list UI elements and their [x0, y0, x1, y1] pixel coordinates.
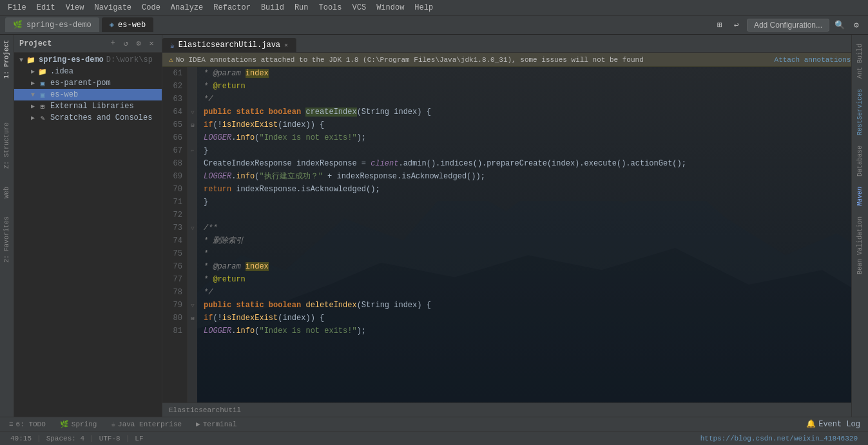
- menu-item-tools[interactable]: Tools: [314, 2, 347, 14]
- editor-tab-elasticsearch[interactable]: ☕ ElasticsearchUtil.java ✕: [162, 38, 296, 52]
- line-76: 76: [162, 260, 182, 273]
- todo-tab[interactable]: ≡ 6: TODO: [3, 419, 52, 430]
- sync-icon[interactable]: ↺: [121, 39, 131, 48]
- maven-tab[interactable]: Maven: [855, 183, 865, 210]
- main-layout: 1: Project Z: Structure Web 2: Favorites…: [0, 35, 868, 417]
- gutter-64[interactable]: ▽: [188, 106, 197, 118]
- gutter-71: [188, 196, 197, 209]
- attach-annotations-link[interactable]: Attach annotations: [775, 56, 851, 64]
- web-panel-toggle[interactable]: Web: [2, 184, 12, 201]
- favorites-panel-toggle[interactable]: 2: Favorites: [2, 214, 12, 265]
- structure-panel-toggle[interactable]: Z: Structure: [2, 120, 12, 171]
- settings-icon[interactable]: ⚙: [133, 39, 144, 48]
- menu-item-code[interactable]: Code: [137, 2, 166, 14]
- project-panel-toggle[interactable]: 1: Project: [2, 37, 12, 81]
- gutter-75: [188, 247, 197, 260]
- tree-item-es-web[interactable]: ▼ ▣ es-web: [14, 89, 162, 100]
- project-tab[interactable]: 🌿 spring-es-demo: [5, 17, 99, 32]
- line-74: 74: [162, 234, 182, 247]
- code-content[interactable]: * @param index * @return */ public stati…: [197, 67, 859, 402]
- tree-item-scratches[interactable]: ▶ ✎ Scratches and Consoles: [14, 112, 162, 124]
- code-line-75[interactable]: *: [204, 247, 859, 260]
- menu-item-view[interactable]: View: [61, 2, 90, 14]
- line-77: 77: [162, 273, 182, 286]
- gutter-80[interactable]: ⊟: [188, 312, 197, 325]
- code-editor: 61 62 63 64 65 66 67 68 69 70 71 72 73 7…: [162, 67, 868, 402]
- code-line-70[interactable]: return indexResponse.isAcknowledged();: [204, 183, 859, 196]
- tree-item-parent-pom[interactable]: ▶ ▣ es-parent-pom: [14, 77, 162, 89]
- parent-pom-icon: ▣: [37, 79, 48, 88]
- rest-services-tab[interactable]: RestServices: [855, 85, 865, 139]
- menu-item-build[interactable]: Build: [256, 2, 289, 14]
- sep1: |: [37, 435, 41, 442]
- line-75: 75: [162, 247, 182, 260]
- gutter-69: [188, 170, 197, 183]
- menu-item-help[interactable]: Help: [409, 2, 438, 14]
- spring-tab[interactable]: 🌿 Spring: [53, 419, 104, 430]
- sep2: |: [90, 435, 94, 442]
- encoding-indicator[interactable]: UTF-8: [94, 435, 126, 442]
- gear-icon[interactable]: ⚙: [850, 19, 863, 32]
- es-web-label: es-web: [50, 90, 78, 99]
- enterprise-label: Java Enterprise: [118, 421, 182, 428]
- arrow-icon[interactable]: ↩: [730, 19, 743, 32]
- add-configuration-button[interactable]: Add Configuration...: [747, 19, 829, 32]
- editor-tabs: ☕ ElasticsearchUtil.java ✕: [162, 35, 868, 53]
- line-col-indicator[interactable]: 40:15: [5, 435, 37, 442]
- code-line-62[interactable]: * @return: [204, 80, 859, 93]
- menu-item-window[interactable]: Window: [371, 2, 409, 14]
- tree-item-root[interactable]: ▼ 📁 spring-es-demo D:\work\sp: [14, 54, 162, 66]
- lf-indicator[interactable]: LF: [130, 435, 148, 442]
- menu-item-refactor[interactable]: Refactor: [208, 2, 256, 14]
- java-enterprise-tab[interactable]: ☕ Java Enterprise: [104, 419, 188, 430]
- code-line-78[interactable]: */: [204, 286, 859, 299]
- code-line-80[interactable]: if(!isIndexExist(index)) {: [204, 312, 859, 325]
- code-line-67[interactable]: }: [204, 144, 859, 157]
- module-tab[interactable]: ◈ es-web: [102, 17, 153, 32]
- gutter-73[interactable]: ▽: [188, 222, 197, 234]
- code-line-71[interactable]: }: [204, 196, 859, 209]
- enterprise-icon: ☕: [111, 420, 115, 428]
- code-line-68[interactable]: CreateIndexResponse indexResponse = clie…: [204, 157, 859, 170]
- code-line-66[interactable]: LOGGER.info("Index is not exits!");: [204, 131, 859, 144]
- code-line-76[interactable]: * @param index: [204, 260, 859, 273]
- tree-item-idea[interactable]: ▶ 📁 .idea: [14, 66, 162, 77]
- code-line-64[interactable]: public static boolean createIndex(String…: [204, 106, 859, 118]
- close-icon[interactable]: ✕: [146, 39, 157, 48]
- code-line-72[interactable]: [204, 209, 859, 222]
- code-line-63[interactable]: */: [204, 93, 859, 106]
- search-icon[interactable]: 🔍: [833, 19, 846, 32]
- menu-item-file[interactable]: File: [3, 2, 32, 14]
- database-tab[interactable]: Database: [855, 142, 865, 180]
- tree-item-external-libs[interactable]: ▶ ⊞ External Libraries: [14, 100, 162, 112]
- event-log-item[interactable]: 🔔 Event Log: [801, 419, 865, 429]
- bean-validation-tab[interactable]: Bean Validation: [855, 213, 865, 278]
- line-73: 73: [162, 222, 182, 234]
- menu-item-analyze[interactable]: Analyze: [166, 2, 208, 14]
- tab-close-button[interactable]: ✕: [284, 41, 288, 49]
- gutter-79[interactable]: ▽: [188, 299, 197, 312]
- code-line-81[interactable]: LOGGER.info("Index is not exits!");: [204, 325, 859, 337]
- code-line-65[interactable]: if(!isIndexExist(index)) {: [204, 118, 859, 131]
- line-numbers: 61 62 63 64 65 66 67 68 69 70 71 72 73 7…: [162, 67, 188, 402]
- terminal-icon: ▶: [196, 420, 200, 428]
- add-icon[interactable]: +: [108, 39, 118, 48]
- code-line-79[interactable]: public static boolean deleteIndex(String…: [204, 299, 859, 312]
- terminal-tab[interactable]: ▶ Terminal: [189, 419, 243, 430]
- code-line-77[interactable]: * @return: [204, 273, 859, 286]
- menu-item-navigate[interactable]: Navigate: [89, 2, 137, 14]
- code-line-73[interactable]: /**: [204, 222, 859, 234]
- code-line-61[interactable]: * @param index: [204, 67, 859, 80]
- menu-item-vcs[interactable]: VCS: [347, 2, 372, 14]
- gutter-65[interactable]: ⊟: [188, 118, 197, 131]
- menu-item-run[interactable]: Run: [289, 2, 314, 14]
- spaces-indicator[interactable]: Spaces: 4: [41, 435, 90, 442]
- code-line-74[interactable]: * 删除索引: [204, 234, 859, 247]
- warning-icon: ⚠: [169, 55, 173, 64]
- ant-build-tab[interactable]: Ant Build: [855, 40, 865, 82]
- right-tool-tabs: Ant Build RestServices Database Maven Be…: [851, 35, 868, 417]
- toolbar-right: ⊞ ↩ Add Configuration... 🔍 ⚙: [713, 19, 863, 32]
- menu-item-edit[interactable]: Edit: [32, 2, 61, 14]
- code-line-69[interactable]: LOGGER.info("执行建立成功？" + indexResponse.is…: [204, 170, 859, 183]
- window-icon[interactable]: ⊞: [713, 19, 726, 32]
